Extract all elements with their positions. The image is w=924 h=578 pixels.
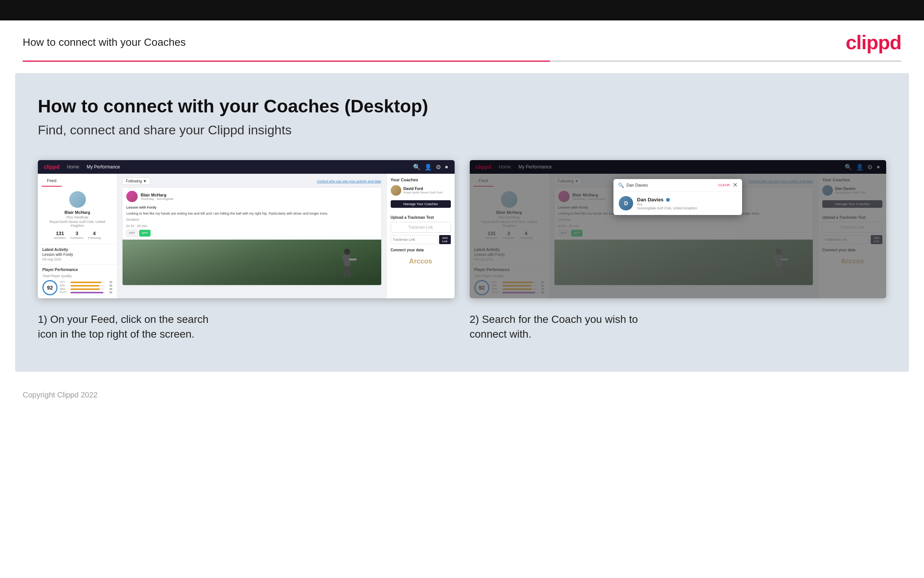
app-nav-1: clippd Home My Performance 🔍 👤 ⚙ ●	[38, 160, 455, 174]
search-result-name: Dan Davies	[637, 197, 697, 203]
nav-item-home-1[interactable]: Home	[67, 164, 79, 170]
copyright-text: Copyright Clippd 2022	[23, 391, 97, 399]
screenshots-row: clippd Home My Performance 🔍 👤 ⚙ ● Feed	[38, 160, 886, 341]
post-duration-value-1: 01 hr : 30 min	[126, 224, 377, 229]
profile-name-1: Blair McHarg	[42, 210, 112, 214]
search-modal-close-btn[interactable]: ✕	[733, 182, 738, 188]
post-btn-app-1[interactable]: APP	[139, 230, 150, 236]
bar-ott-1: OTT 90	[60, 281, 112, 284]
screenshot-col-1: clippd Home My Performance 🔍 👤 ⚙ ● Feed	[38, 160, 455, 341]
nav-icons-1: 🔍 👤 ⚙ ●	[413, 164, 448, 171]
profile-stats-1: 131 Activities 3 Followers 4 Following	[42, 231, 112, 240]
manage-coaches-btn-1[interactable]: Manage Your Coaches	[391, 200, 451, 208]
search-result-info: Dan Davies Pro Sunningdale Golf Club, Un…	[637, 197, 697, 210]
caption-text-2: 2) Search for the Coach you wish to conn…	[470, 313, 638, 340]
profile-card-1: Blair McHarg Plus Handicap Royal North D…	[38, 187, 117, 245]
clippd-logo: clippd	[846, 31, 901, 54]
svg-rect-4	[344, 266, 347, 277]
stat-followers-1: 3 Followers	[70, 231, 83, 240]
search-modal-icon: 🔍	[618, 182, 624, 188]
bar-app-1: APP 85	[60, 284, 112, 287]
post-lesson-text-1: Looking to feel like my hands are exitin…	[126, 211, 377, 216]
search-modal-input[interactable]: Dan Davies	[626, 183, 718, 187]
post-author-info-1: Blair McHarg Yesterday · Sunningdale	[141, 193, 173, 201]
search-result-avatar: D	[619, 196, 633, 211]
caption-1: 1) On your Feed, click on the search ico…	[38, 312, 455, 341]
profile-handicap-1: Plus Handicap	[42, 215, 112, 219]
top-bar	[0, 0, 924, 20]
quality-bars-1: OTT 90 APP 85	[60, 281, 112, 294]
player-performance-1: Player Performance Total Player Quality …	[38, 265, 117, 298]
coach-info-1: David Ford Royal North Devon Golf Club	[404, 187, 443, 194]
post-content-1: Lesson with Fordy Looking to feel like m…	[123, 205, 381, 240]
stat-following-num-1: 4	[88, 231, 101, 236]
search-modal-bar: 🔍 Dan Davies CLEAR ✕	[613, 179, 742, 192]
post-avatar-1	[126, 191, 138, 202]
trackman-input-row-1: Add Link	[391, 235, 451, 244]
profile-location-1: Royal North Devon Golf Club, United King…	[42, 220, 112, 227]
stat-following-1: 4 Following	[88, 231, 101, 240]
golfer-svg-1	[336, 247, 359, 285]
profile-avatar-1	[69, 191, 86, 208]
screenshot-frame-1: clippd Home My Performance 🔍 👤 ⚙ ● Feed	[38, 160, 455, 298]
post-author-name-1: Blair McHarg	[141, 193, 173, 197]
upload-trackman-1: Upload a Trackman Test Trackman Link Add…	[391, 215, 451, 244]
control-link-1[interactable]: Control who can see your activity and da…	[317, 179, 381, 183]
footer: Copyright Clippd 2022	[0, 383, 924, 407]
feed-post-1: Blair McHarg Yesterday · Sunningdale Les…	[123, 188, 381, 285]
coaches-title-1: Your Coaches	[391, 177, 451, 182]
app-middle-1: Following ▼ Control who can see your act…	[117, 174, 387, 298]
bar-putt-1: PUTT 96	[60, 291, 112, 294]
search-modal: 🔍 Dan Davies CLEAR ✕ D Dan Davies	[613, 179, 742, 215]
stat-followers-num-1: 3	[70, 231, 83, 236]
app-nav-logo-1: clippd	[44, 164, 59, 170]
svg-rect-5	[348, 266, 350, 277]
quality-row-1: 92 OTT 90 APP	[42, 280, 112, 295]
stat-activities-label-1: Activities	[54, 236, 66, 240]
upload-trackman-title-1: Upload a Trackman Test	[391, 215, 451, 219]
arccos-logo-1: Arccos	[391, 254, 451, 268]
verified-badge	[666, 198, 670, 202]
page-title: How to connect with your Coaches	[23, 36, 186, 49]
post-author-sub-1: Yesterday · Sunningdale	[141, 197, 173, 201]
post-header-1: Blair McHarg Yesterday · Sunningdale	[123, 188, 381, 205]
screenshot-col-2: clippd Home My Performance 🔍 👤 ⚙ ● Feed	[470, 160, 887, 341]
connect-data-1: Connect your data Arccos	[391, 248, 451, 268]
following-button-1[interactable]: Following ▼	[123, 177, 150, 185]
following-header-1: Following ▼ Control who can see your act…	[123, 177, 381, 185]
search-result-sub2: Sunningdale Golf Club, United Kingdom	[637, 206, 697, 210]
app-right-1: Your Coaches David Ford Royal North Devo…	[387, 174, 455, 298]
search-modal-result[interactable]: D Dan Davies Pro Sunningdale Golf Club, …	[613, 192, 742, 215]
svg-point-0	[344, 249, 350, 255]
pp-title-1: Player Performance	[42, 268, 112, 272]
quality-score-1: 92	[42, 280, 58, 295]
coach-name-1: David Ford	[404, 187, 443, 191]
svg-rect-3	[349, 258, 357, 260]
settings-icon-1[interactable]: ⚙	[436, 164, 441, 171]
profile-avatar-inner-1	[69, 191, 86, 208]
header-divider	[23, 60, 901, 62]
nav-item-myperformance-1[interactable]: My Performance	[87, 164, 120, 170]
main-content: How to connect with your Coaches (Deskto…	[15, 73, 909, 372]
app-left-1: Feed Blair McHarg Plus Handicap Royal No…	[38, 174, 117, 298]
pp-quality-label-1: Total Player Quality	[42, 274, 112, 278]
feed-tab-1[interactable]: Feed	[42, 175, 61, 187]
latest-activity-1: Latest Activity Lesson with Fordy 03 Aug…	[38, 245, 117, 265]
coach-club-1: Royal North Devon Golf Club	[404, 191, 443, 194]
header: How to connect with your Coaches clippd	[0, 20, 924, 60]
stat-following-label-1: Following	[88, 236, 101, 240]
post-duration-1: Duration	[126, 217, 377, 222]
connect-data-title-1: Connect your data	[391, 248, 451, 252]
search-icon-1[interactable]: 🔍	[413, 164, 421, 171]
post-btn-off-1[interactable]: OTT	[126, 230, 138, 236]
avatar-icon-1[interactable]: ●	[445, 164, 448, 171]
stat-followers-label-1: Followers	[70, 236, 83, 240]
main-subtitle: Find, connect and share your Clippd insi…	[38, 123, 886, 137]
bar-arg-1: ARG 86	[60, 288, 112, 290]
trackman-input-1[interactable]	[391, 235, 438, 244]
profile-icon-1[interactable]: 👤	[424, 164, 432, 171]
search-modal-clear-btn[interactable]: CLEAR	[718, 183, 730, 187]
search-result-sub1: Pro	[637, 203, 697, 206]
app-body-1: Feed Blair McHarg Plus Handicap Royal No…	[38, 174, 455, 298]
add-link-btn-1[interactable]: Add Link	[439, 235, 451, 244]
